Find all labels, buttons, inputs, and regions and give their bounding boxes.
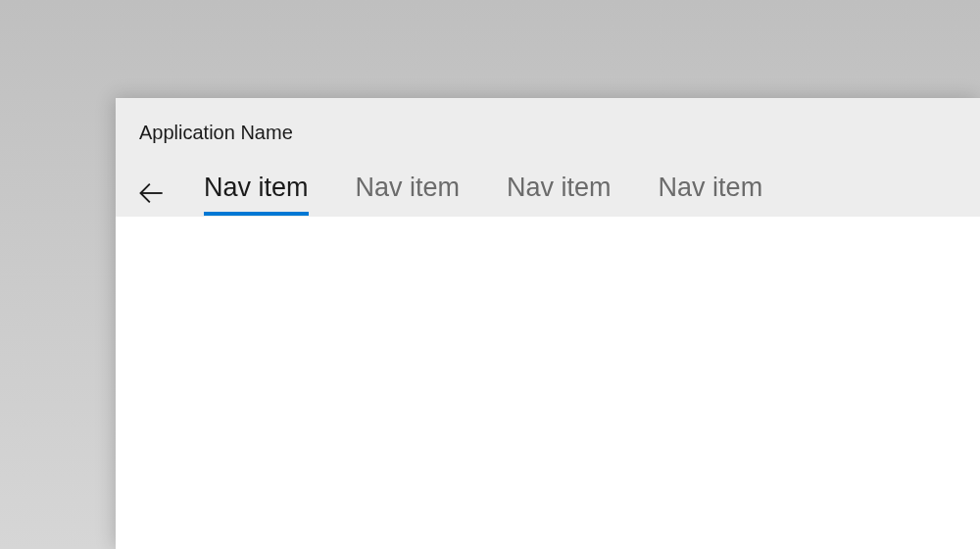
arrow-left-icon: [137, 179, 165, 207]
nav-item-label: Nav item: [659, 173, 763, 202]
app-window: Application Name Nav item Nav item Nav i…: [116, 98, 980, 549]
app-header: Application Name Nav item Nav item Nav i…: [116, 98, 980, 217]
nav-item-label: Nav item: [507, 173, 612, 202]
app-title: Application Name: [139, 122, 956, 144]
content-area: [116, 217, 980, 524]
nav-item-1[interactable]: Nav item: [356, 173, 461, 215]
nav-item-2[interactable]: Nav item: [507, 173, 612, 215]
nav-item-label: Nav item: [204, 173, 309, 202]
back-button[interactable]: [137, 170, 184, 217]
nav-row: Nav item Nav item Nav item Nav item: [139, 170, 956, 217]
nav-item-3[interactable]: Nav item: [659, 173, 763, 215]
nav-item-label: Nav item: [356, 173, 461, 202]
nav-item-0[interactable]: Nav item: [204, 173, 309, 215]
